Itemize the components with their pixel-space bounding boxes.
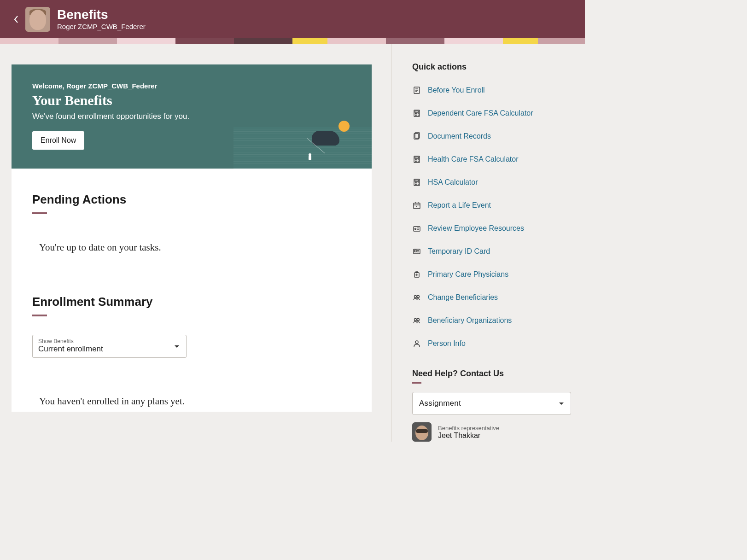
show-benefits-label: Show Benefits: [38, 338, 181, 344]
svg-point-26: [418, 183, 419, 183]
pending-actions-section: Pending Actions You're up to date on you…: [12, 169, 372, 281]
svg-point-24: [415, 183, 416, 183]
chevron-left-icon: [13, 15, 19, 24]
svg-point-19: [415, 161, 416, 162]
quick-action-label: Person Info: [428, 339, 466, 348]
show-benefits-value: Current enrollment: [38, 344, 181, 354]
svg-point-20: [417, 161, 417, 162]
quick-action-item[interactable]: Before You Enroll: [412, 79, 572, 102]
calendar-icon: [412, 201, 421, 210]
quick-action-item[interactable]: Document Records: [412, 125, 572, 148]
svg-rect-23: [415, 180, 419, 181]
quick-action-item[interactable]: Dependent Care FSA Calculator: [412, 102, 572, 125]
svg-point-16: [415, 160, 416, 160]
caret-down-icon: [559, 399, 564, 408]
svg-point-50: [414, 319, 417, 321]
hero-illustration: [233, 118, 372, 169]
document-icon: [412, 86, 421, 95]
section-underline: [32, 212, 47, 214]
quick-action-item[interactable]: Person Info: [412, 332, 572, 355]
rep-role: Benefits representative: [438, 425, 499, 432]
person-icon: [412, 339, 421, 348]
svg-point-6: [415, 114, 416, 114]
page-title: Benefits: [57, 8, 146, 22]
svg-point-7: [417, 114, 417, 114]
svg-point-28: [417, 184, 417, 185]
svg-point-37: [415, 228, 416, 230]
svg-rect-15: [415, 157, 419, 158]
quick-action-label: Health Care FSA Calculator: [428, 155, 519, 163]
records-icon: [412, 132, 421, 141]
enrollment-empty-message: You haven't enrolled in any plans yet.: [39, 396, 351, 407]
enroll-now-button[interactable]: Enroll Now: [32, 131, 84, 150]
enrollment-summary-section: Enrollment Summary Show Benefits Current…: [12, 281, 372, 412]
app-header: Benefits Roger ZCMP_CWB_Federer: [0, 0, 585, 38]
show-benefits-select[interactable]: Show Benefits Current enrollment: [32, 335, 187, 358]
people-icon: [412, 316, 421, 325]
page-gutter: [585, 0, 747, 560]
quick-action-item[interactable]: Health Care FSA Calculator: [412, 148, 572, 171]
quick-action-label: Before You Enroll: [428, 86, 485, 94]
quick-action-item[interactable]: Report a Life Event: [412, 194, 572, 217]
back-button[interactable]: [12, 15, 21, 24]
people-icon: [412, 293, 421, 302]
quick-action-label: HSA Calculator: [428, 178, 478, 187]
help-title: Need Help? Contact Us: [412, 369, 572, 379]
rep-avatar: [412, 422, 432, 442]
hero-welcome: Welcome, Roger ZCMP_CWB_Federer: [32, 82, 372, 90]
quick-action-label: Report a Life Event: [428, 201, 491, 210]
svg-rect-5: [415, 111, 419, 112]
calculator-icon: [412, 178, 421, 187]
svg-point-17: [417, 160, 417, 160]
calculator-icon: [412, 155, 421, 164]
enrollment-summary-title: Enrollment Summary: [32, 295, 351, 309]
caret-down-icon: [174, 342, 180, 350]
hero-panel: Welcome, Roger ZCMP_CWB_Federer Your Ben…: [12, 64, 372, 169]
svg-point-29: [418, 184, 419, 185]
quick-action-label: Beneficiary Organizations: [428, 316, 512, 325]
medical-icon: [412, 270, 421, 279]
user-avatar[interactable]: [25, 7, 50, 32]
quick-action-label: Change Beneficiaries: [428, 293, 498, 302]
quick-action-label: Primary Care Physicians: [428, 270, 508, 279]
svg-point-49: [417, 296, 420, 298]
pending-actions-message: You're up to date on your tasks.: [39, 242, 351, 253]
page-subtitle: Roger ZCMP_CWB_Federer: [57, 23, 146, 30]
svg-point-21: [418, 161, 419, 162]
svg-point-27: [415, 184, 416, 185]
svg-point-8: [418, 114, 419, 114]
svg-point-11: [418, 115, 419, 116]
quick-action-item[interactable]: Beneficiary Organizations: [412, 309, 572, 332]
svg-point-48: [414, 296, 417, 298]
rep-name: Jeet Thakkar: [438, 432, 499, 440]
quick-action-item[interactable]: Primary Care Physicians: [412, 263, 572, 286]
section-underline: [32, 315, 47, 316]
benefits-rep-row[interactable]: Benefits representative Jeet Thakkar: [412, 422, 572, 442]
section-underline: [412, 382, 421, 384]
quick-action-item[interactable]: Temporary ID Card: [412, 240, 572, 263]
hero-title: Your Benefits: [32, 93, 372, 108]
quick-action-label: Document Records: [428, 132, 491, 140]
idcard-icon: [412, 247, 421, 256]
svg-point-25: [417, 183, 417, 183]
decorative-strip: [0, 38, 585, 44]
svg-rect-41: [414, 250, 416, 252]
resources-icon: [412, 224, 421, 233]
calculator-icon: [412, 109, 421, 118]
quick-action-label: Temporary ID Card: [428, 247, 490, 256]
quick-action-item[interactable]: HSA Calculator: [412, 171, 572, 194]
quick-action-label: Review Employee Resources: [428, 224, 524, 233]
quick-actions-title: Quick actions: [412, 62, 572, 72]
assignment-select-value: Assignment: [419, 399, 461, 408]
svg-point-9: [415, 115, 416, 116]
quick-actions-list: Before You EnrollDependent Care FSA Calc…: [412, 79, 572, 355]
svg-point-10: [417, 115, 417, 116]
svg-rect-47: [416, 272, 418, 273]
svg-point-52: [415, 341, 418, 344]
quick-action-label: Dependent Care FSA Calculator: [428, 109, 533, 117]
svg-point-51: [417, 319, 420, 321]
pending-actions-title: Pending Actions: [32, 192, 351, 207]
quick-action-item[interactable]: Review Employee Resources: [412, 217, 572, 240]
quick-action-item[interactable]: Change Beneficiaries: [412, 286, 572, 309]
assignment-select[interactable]: Assignment: [412, 392, 571, 415]
